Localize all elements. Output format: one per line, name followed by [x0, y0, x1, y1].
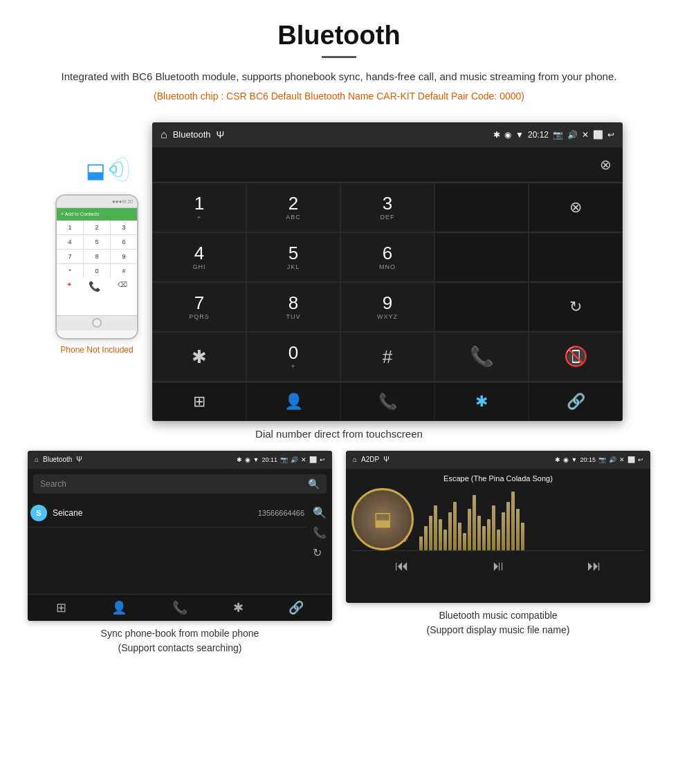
music-content: Escape (The Pina Colada Song) ⬓ ♪ ⏮ ⏯ ⏭	[346, 469, 650, 582]
page-specs: (Bluetooth chip : CSR BC6 Default Blueto…	[42, 91, 636, 102]
key-7[interactable]: 7PQRS	[152, 282, 246, 332]
visualizer-bar	[429, 516, 432, 550]
contacts-icon: 👤	[284, 393, 303, 411]
visualizer-bar	[419, 536, 423, 550]
dial-caption: Dial number direct from touchscreen	[0, 421, 678, 451]
music-status-left: ⌂ A2DP Ψ	[353, 456, 390, 463]
time-display: 20:12	[528, 130, 549, 140]
key-4[interactable]: 4GHI	[152, 232, 246, 282]
next-button[interactable]: ⏭	[587, 558, 601, 574]
pb-usb-icon: Ψ	[76, 456, 82, 463]
head-unit-dial-screen: ⌂ Bluetooth Ψ ✱ ◉ ▼ 20:12 📷 🔊 ✕ ⬜ ↩ ⊗	[152, 122, 623, 421]
visualizer-bar	[443, 530, 447, 550]
end-call-button[interactable]: 📵	[529, 332, 623, 382]
back-icon-status[interactable]: ↩	[607, 130, 614, 140]
key-star[interactable]: ✱	[152, 332, 246, 382]
bt-icon-status: ✱	[493, 130, 500, 140]
pb-close-icon[interactable]: ✕	[301, 456, 306, 463]
pb-bt-icon: ✱	[237, 456, 242, 463]
visualizer-bar	[497, 530, 500, 550]
pb-bottom-nav: ⊞ 👤 📞 ✱ 🔗	[28, 594, 332, 621]
key-2[interactable]: 2ABC	[246, 183, 340, 232]
music-block: ⌂ A2DP Ψ ✱ ◉ ▼ 20:15 📷 🔊 ✕ ⬜ ↩ Escape	[346, 451, 650, 655]
hu-status-left: ⌂ Bluetooth Ψ	[161, 129, 224, 141]
visualizer-bar	[516, 509, 520, 550]
bt-func-button[interactable]: ✱	[434, 382, 529, 421]
visualizer-bar	[502, 512, 505, 550]
hu-app-name: Bluetooth	[173, 129, 211, 140]
home-icon[interactable]: ⌂	[161, 129, 167, 141]
pb-win-icon[interactable]: ⬜	[309, 456, 317, 463]
music-home-icon[interactable]: ⌂	[353, 456, 357, 463]
backspace-button[interactable]: ⊗	[600, 156, 612, 173]
play-pause-button[interactable]: ⏯	[491, 558, 505, 574]
pb-search-right-icon[interactable]: 🔍	[313, 506, 327, 519]
visualizer-bar	[511, 492, 515, 550]
pb-refresh-right-icon[interactable]: ↻	[313, 546, 327, 559]
pb-nav-bt[interactable]: ✱	[233, 600, 244, 615]
page-header: Bluetooth Integrated with BC6 Bluetooth …	[0, 0, 678, 109]
key-1[interactable]: 1⌁	[152, 183, 246, 232]
prev-button[interactable]: ⏮	[395, 558, 409, 574]
music-caption: Bluetooth music compatible (Support disp…	[427, 608, 570, 637]
title-underline	[322, 56, 356, 58]
music-win-icon[interactable]: ⬜	[627, 456, 635, 463]
empty-area-mid	[529, 232, 623, 282]
visualizer-bar	[458, 523, 461, 550]
key-0[interactable]: 0+	[246, 332, 340, 382]
pb-back-icon[interactable]: ↩	[320, 456, 325, 463]
phonebook-block: ⌂ Bluetooth Ψ ✱ ◉ ▼ 20:11 📷 🔊 ✕ ⬜ ↩	[28, 451, 332, 655]
dial-display: ⊗	[152, 147, 623, 182]
key-8[interactable]: 8TUV	[246, 282, 340, 332]
key-3[interactable]: 3DEF	[340, 183, 434, 232]
pb-home-icon[interactable]: ⌂	[35, 456, 39, 463]
display-area-top	[434, 183, 529, 232]
pb-nav-phone[interactable]: 📞	[172, 600, 187, 615]
pb-nav-contacts[interactable]: 👤	[111, 600, 127, 615]
phone-green-bar: + Add to Contacts	[57, 208, 137, 221]
pb-contact-row[interactable]: S Seicane 13566664466	[28, 499, 307, 528]
location-icon-status: ◉	[504, 130, 511, 140]
pb-right-icons: 🔍 📞 ↻	[307, 499, 332, 566]
visualizer-bar	[473, 495, 476, 550]
page-subtitle: Integrated with BC6 Bluetooth module, su…	[42, 69, 636, 85]
hu-status-bar: ⌂ Bluetooth Ψ ✱ ◉ ▼ 20:12 📷 🔊 ✕ ⬜ ↩	[152, 122, 623, 147]
phone-home-button	[92, 318, 102, 328]
key-6[interactable]: 6MNO	[340, 232, 434, 282]
visualizer-bar	[492, 505, 495, 550]
music-close-icon[interactable]: ✕	[619, 456, 625, 463]
camera-icon-status: 📷	[553, 130, 563, 140]
contact-name: Seicane	[53, 508, 258, 518]
pb-nav-dialpad[interactable]: ⊞	[56, 600, 66, 615]
link-func-button[interactable]: 🔗	[529, 382, 623, 421]
music-visualizer	[419, 488, 645, 550]
pb-status-right: ✱ ◉ ▼ 20:11 📷 🔊 ✕ ⬜ ↩	[237, 456, 325, 463]
window-icon-status[interactable]: ⬜	[593, 130, 603, 140]
key-hash[interactable]: #	[340, 332, 434, 382]
refresh-area[interactable]: ↻	[529, 282, 623, 332]
dial-section: ⬓ ●●● M:20 + Add to Contacts 123 456 789	[0, 109, 678, 421]
pb-time: 20:11	[262, 456, 277, 463]
bluetooth-icon: ✱	[475, 393, 488, 411]
close-icon-status[interactable]: ✕	[582, 130, 589, 140]
pb-call-right-icon[interactable]: 📞	[313, 526, 327, 539]
music-back-icon[interactable]: ↩	[638, 456, 643, 463]
backspace-area[interactable]: ⊗	[529, 183, 623, 232]
key-5[interactable]: 5JKL	[246, 232, 340, 282]
usb-icon: Ψ	[217, 129, 225, 140]
pb-nav-link[interactable]: 🔗	[288, 600, 304, 615]
volume-icon-status: 🔊	[567, 130, 578, 140]
pb-search-bar[interactable]: Search 🔍	[33, 474, 327, 494]
visualizer-bar	[506, 502, 510, 550]
phone-bottom-row: ✦ 📞 ⌫	[57, 278, 137, 295]
dialpad-func-button[interactable]: ⊞	[152, 382, 246, 421]
calls-func-button[interactable]: 📞	[340, 382, 434, 421]
page-title: Bluetooth	[42, 21, 636, 50]
contacts-func-button[interactable]: 👤	[246, 382, 340, 421]
hu-status-right: ✱ ◉ ▼ 20:12 📷 🔊 ✕ ⬜ ↩	[493, 130, 614, 140]
key-9[interactable]: 9WXYZ	[340, 282, 434, 332]
pb-app-name: Bluetooth	[43, 456, 72, 463]
bluetooth-wave-area: ⬓	[55, 150, 138, 192]
call-button[interactable]: 📞	[434, 332, 529, 382]
music-note-icon: ♪	[403, 532, 408, 545]
